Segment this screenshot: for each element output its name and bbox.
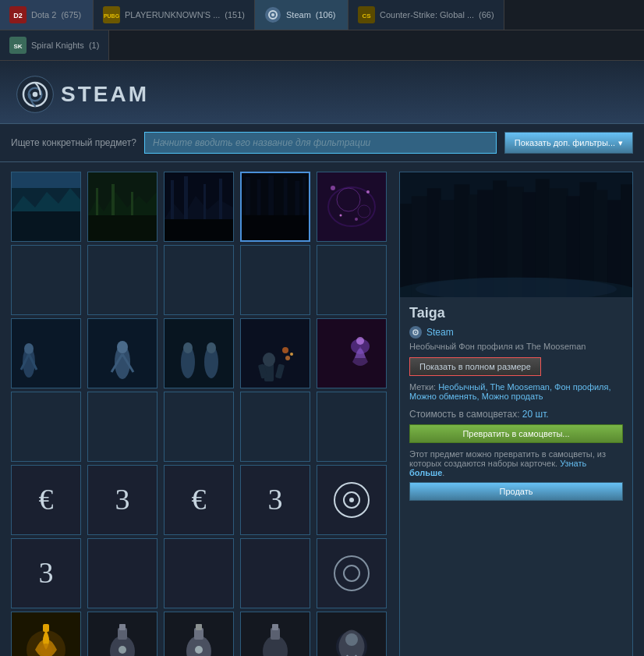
svg-point-46 — [355, 218, 358, 221]
item-title: Taiga — [409, 305, 623, 321]
grid-cell-6-1[interactable] — [87, 612, 157, 656]
svg-text:3: 3 — [268, 483, 283, 516]
grid-cell-2-4[interactable] — [317, 318, 387, 388]
convert-learn-more-link[interactable]: Узнать — [560, 459, 586, 468]
convert-description: Этот предмет можно превратить в самоцвет… — [409, 449, 623, 477]
svg-rect-31 — [219, 179, 222, 219]
svg-rect-108 — [272, 624, 278, 630]
grid-cell-6-4[interactable] — [317, 612, 387, 656]
grid-cell-3-1[interactable] — [87, 392, 157, 462]
grid-cell-5-4[interactable] — [317, 538, 387, 608]
grid-cell-3-2[interactable] — [164, 392, 234, 462]
svg-rect-39 — [303, 177, 306, 215]
grid-cell-0-2[interactable] — [164, 172, 234, 242]
grid-cell-4-4[interactable] — [317, 465, 387, 535]
svg-point-45 — [366, 190, 370, 193]
grid-cell-0-3[interactable] — [240, 172, 310, 242]
svg-text:CS: CS — [362, 12, 371, 20]
grid-cell-4-3[interactable]: 3 — [240, 465, 310, 535]
svg-point-93 — [40, 644, 52, 656]
grid-cell-6-2[interactable] — [164, 612, 234, 656]
svg-point-73 — [356, 337, 364, 345]
svg-point-50 — [24, 343, 34, 354]
grid-cell-5-0[interactable]: 3 — [11, 538, 81, 608]
tab-steam[interactable]: Steam (106) — [255, 0, 349, 30]
grid-cell-4-1[interactable]: 3 — [87, 465, 157, 535]
tab-csgo-count: (66) — [479, 10, 494, 20]
steam-tab-icon — [264, 6, 281, 23]
steam-logo-icon — [16, 75, 55, 114]
svg-point-60 — [183, 342, 193, 353]
svg-point-44 — [331, 186, 335, 190]
grid-cell-1-0[interactable] — [11, 245, 81, 315]
svg-text:SK: SK — [13, 43, 22, 50]
svg-rect-58 — [165, 319, 233, 388]
filter-button[interactable]: Показать доп. фильтры... ▾ — [504, 132, 633, 154]
item-grid-container: € 3 € 3 3 — [11, 172, 390, 656]
grid-cell-6-3[interactable] — [240, 612, 310, 656]
steam-header: STEAM — [0, 61, 644, 124]
grid-cell-0-4[interactable] — [317, 172, 387, 242]
grid-cell-2-0[interactable] — [11, 318, 81, 388]
svg-point-14 — [33, 92, 38, 98]
grid-cell-2-1[interactable] — [87, 318, 157, 388]
tab-bar: D2 Dota 2 (675) PUBG PLAYERUNKNOWN'S ...… — [0, 0, 644, 30]
search-row: Ищете конкретный предмет? Показать доп. … — [0, 124, 644, 162]
tag-background[interactable]: Фон профиля, — [554, 382, 610, 392]
grid-cell-5-3[interactable] — [240, 538, 310, 608]
tab-dota2[interactable]: D2 Dota 2 (675) — [0, 0, 94, 30]
grid-cell-3-3[interactable] — [240, 392, 310, 462]
svg-point-85 — [349, 498, 354, 502]
grid-cell-1-2[interactable] — [164, 245, 234, 315]
svg-rect-94 — [43, 624, 49, 632]
tag-tradable[interactable]: Можно обменять, — [409, 392, 479, 401]
grid-cell-4-0[interactable]: € — [11, 465, 81, 535]
tab-spiral-knights[interactable]: SK Spiral Knights (1) — [0, 30, 109, 60]
svg-rect-30 — [203, 184, 206, 219]
grid-cell-5-2[interactable] — [164, 538, 234, 608]
svg-rect-38 — [295, 181, 299, 215]
grid-cell-1-4[interactable] — [317, 245, 387, 315]
grid-cell-1-3[interactable] — [240, 245, 310, 315]
svg-rect-20 — [88, 215, 157, 241]
svg-rect-35 — [257, 179, 261, 215]
svg-rect-23 — [111, 184, 115, 215]
grid-cell-0-1[interactable] — [87, 172, 157, 242]
grid-cell-2-3[interactable] — [240, 318, 310, 388]
svg-rect-98 — [119, 624, 126, 630]
grid-cell-1-1[interactable] — [87, 245, 157, 315]
tab-csgo-label: Counter-Strike: Global ... — [380, 10, 474, 20]
grid-cell-2-2[interactable] — [164, 318, 234, 388]
tab-csgo[interactable]: CS Counter-Strike: Global ... (66) — [349, 0, 504, 30]
tags-label: Метки: — [409, 382, 436, 392]
sell-button[interactable]: Продать — [409, 482, 623, 501]
item-detail-panel: Taiga Steam Необычный Фон профиля из The… — [399, 172, 633, 656]
grid-cell-3-0[interactable] — [11, 392, 81, 462]
panel-body: Taiga Steam Необычный Фон профиля из The… — [400, 297, 632, 509]
dota2-icon: D2 — [9, 6, 27, 23]
full-size-button[interactable]: Показать в полном размере — [409, 357, 541, 376]
tab-pubg-count: (151) — [225, 10, 245, 20]
tab-dota2-label: Dota 2 — [31, 10, 56, 20]
search-input[interactable] — [144, 132, 497, 154]
tag-mooseman[interactable]: The Mooseman, — [490, 382, 552, 392]
tab-steam-label: Steam — [286, 10, 311, 20]
grid-cell-0-0[interactable] — [11, 172, 81, 242]
grid-cell-6-0[interactable] — [11, 612, 81, 656]
gem-convert-button[interactable]: Превратить в самоцветы... — [409, 424, 623, 443]
svg-rect-34 — [246, 177, 250, 215]
svg-rect-37 — [284, 178, 288, 215]
grid-cell-4-2[interactable]: € — [164, 465, 234, 535]
grid-cell-5-1[interactable] — [87, 538, 157, 608]
tag-unusual[interactable]: Необычный, — [438, 382, 487, 392]
grid-cell-3-4[interactable] — [317, 392, 387, 462]
svg-rect-36 — [268, 176, 274, 215]
steam-source-icon — [409, 326, 422, 339]
svg-text:3: 3 — [39, 556, 54, 589]
svg-point-65 — [263, 353, 275, 367]
svg-rect-26 — [165, 219, 233, 241]
convert-learn-more-bold[interactable]: больше — [409, 468, 442, 477]
svg-text:PUBG: PUBG — [104, 13, 120, 19]
tab-pubg[interactable]: PUBG PLAYERUNKNOWN'S ... (151) — [94, 0, 255, 30]
tag-sellable[interactable]: Можно продать — [482, 392, 543, 401]
